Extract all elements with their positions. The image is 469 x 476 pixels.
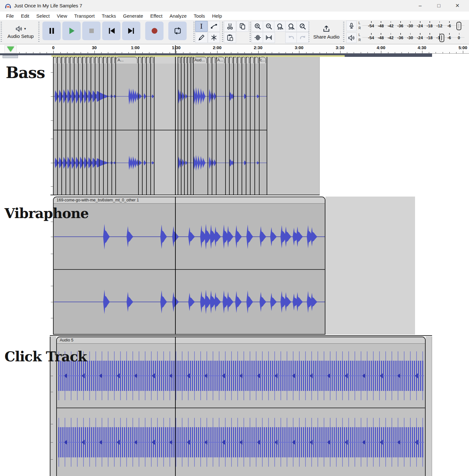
clip-header[interactable] — [250, 57, 254, 63]
clip-label[interactable]: Aud... — [194, 58, 205, 62]
menu-item-edit[interactable]: Edit — [17, 13, 33, 19]
clip-boundary[interactable] — [61, 57, 62, 195]
clip-header[interactable] — [238, 57, 241, 63]
fit-selection-tool-button[interactable] — [274, 21, 286, 32]
clip-header[interactable] — [188, 57, 190, 63]
clip-header[interactable] — [184, 57, 187, 63]
clip-boundary[interactable] — [91, 57, 91, 195]
draw-tool-button[interactable] — [195, 32, 208, 43]
clip-boundary[interactable] — [233, 57, 234, 195]
clip-header[interactable] — [95, 57, 98, 63]
timeline-ruler[interactable]: 0301:001:302:002:303:003:304:004:305:00 — [0, 45, 469, 54]
multi-tool-button[interactable] — [208, 32, 220, 43]
clip-boundary[interactable] — [74, 57, 75, 195]
paste-tool-button[interactable] — [224, 32, 236, 43]
fit-project-tool-button[interactable] — [285, 21, 297, 32]
menu-item-tracks[interactable]: Tracks — [98, 13, 119, 19]
clip-boundary[interactable] — [208, 57, 208, 195]
stop-button[interactable] — [82, 22, 101, 40]
clip-header[interactable] — [226, 57, 228, 63]
clip-boundary[interactable] — [242, 57, 242, 195]
clip-header[interactable] — [62, 57, 65, 63]
envelope-tool-button[interactable] — [208, 21, 220, 32]
clip-label[interactable]: A... — [217, 58, 223, 62]
clip-header[interactable] — [151, 57, 153, 63]
clip-boundary[interactable] — [267, 57, 267, 195]
clip-boundary[interactable] — [254, 57, 255, 195]
clip-boundary[interactable] — [212, 57, 212, 195]
clip-boundary[interactable] — [181, 57, 181, 195]
pause-button[interactable] — [42, 22, 61, 40]
skip-to-end-button[interactable] — [122, 22, 140, 40]
menu-item-analyze[interactable]: Analyze — [166, 13, 190, 19]
menu-item-view[interactable]: View — [53, 13, 71, 19]
clip-boundary[interactable] — [138, 57, 139, 195]
playback-volume-slider[interactable] — [439, 34, 444, 42]
clip-header[interactable] — [181, 57, 183, 63]
clip-boundary[interactable] — [193, 57, 194, 195]
zoom-toggle-tool-button[interactable] — [296, 21, 309, 32]
selection-tool-button[interactable]: I — [195, 21, 208, 32]
toolbar-grab-handle[interactable] — [1, 22, 2, 42]
clip-boundary[interactable] — [57, 57, 58, 195]
clip-header[interactable] — [234, 57, 237, 63]
toolbar-grab-handle[interactable] — [222, 22, 223, 42]
clip-header[interactable] — [103, 57, 107, 63]
clip-header[interactable] — [87, 57, 90, 63]
clip-header[interactable] — [108, 57, 111, 63]
clip-boundary[interactable] — [82, 57, 83, 195]
zoom-out-tool-button[interactable] — [263, 21, 275, 32]
zoom-in-tool-button[interactable] — [252, 21, 264, 32]
clip-header[interactable] — [246, 57, 249, 63]
toolbar-grab-handle[interactable] — [38, 22, 40, 42]
clip-header[interactable] — [66, 57, 69, 63]
clip-boundary[interactable] — [70, 57, 70, 195]
undo-tool-button[interactable] — [285, 32, 297, 43]
clip-header[interactable] — [91, 57, 94, 63]
clip-header[interactable] — [208, 57, 211, 63]
clip-header[interactable] — [83, 57, 86, 63]
clip-header[interactable] — [146, 57, 150, 63]
clip-boundary[interactable] — [142, 57, 143, 195]
toolbar-grab-handle[interactable] — [193, 22, 195, 42]
clip-boundary[interactable] — [187, 57, 188, 195]
toolbar-grab-handle[interactable] — [250, 22, 251, 42]
playback-meter-button[interactable] — [346, 32, 357, 43]
clip-boundary[interactable] — [99, 57, 100, 195]
clip-boundary[interactable] — [78, 57, 79, 195]
clip-boundary[interactable] — [216, 57, 217, 195]
menu-item-tools[interactable]: Tools — [190, 13, 208, 19]
clip-header[interactable] — [112, 57, 115, 63]
clip-header[interactable] — [74, 57, 77, 63]
clip-boundary[interactable] — [250, 57, 251, 195]
maximize-button[interactable]: □ — [431, 0, 446, 12]
trim-tool-button[interactable] — [252, 32, 264, 43]
clip-boundary[interactable] — [237, 57, 238, 195]
clip-header[interactable] — [138, 57, 141, 63]
menu-item-file[interactable]: File — [3, 13, 17, 19]
clip-boundary[interactable] — [107, 57, 108, 195]
timeline-options-button[interactable] — [4, 45, 17, 53]
clip-header[interactable] — [229, 57, 233, 63]
clip-label[interactable]: A... — [118, 58, 124, 62]
clip-header[interactable] — [142, 57, 146, 63]
clip-header[interactable] — [99, 57, 102, 63]
clip-boundary[interactable] — [115, 57, 116, 195]
clip-boundary[interactable] — [225, 57, 226, 195]
share-audio-button[interactable]: Share Audio — [310, 21, 342, 42]
skip-to-start-button[interactable] — [102, 22, 120, 40]
clip-label-vibraphone[interactable]: 169-come-go-with-me_bs6stem_mt_0_other 1 — [57, 198, 139, 202]
menu-item-generate[interactable]: Generate — [119, 13, 147, 19]
clip-boundary[interactable] — [190, 57, 191, 195]
close-button[interactable]: ✕ — [450, 0, 465, 12]
redo-tool-button[interactable] — [296, 32, 309, 43]
menu-item-transport[interactable]: Transport — [71, 13, 98, 19]
clip-boundary[interactable] — [53, 57, 54, 195]
clip-header[interactable] — [255, 57, 258, 63]
click-clip-header[interactable] — [57, 337, 425, 344]
toolbar-grab-handle[interactable] — [343, 22, 344, 42]
clip-boundary[interactable] — [103, 57, 104, 195]
clip-boundary[interactable] — [154, 57, 155, 195]
clip-boundary[interactable] — [184, 57, 185, 195]
clip-header[interactable] — [178, 57, 180, 63]
